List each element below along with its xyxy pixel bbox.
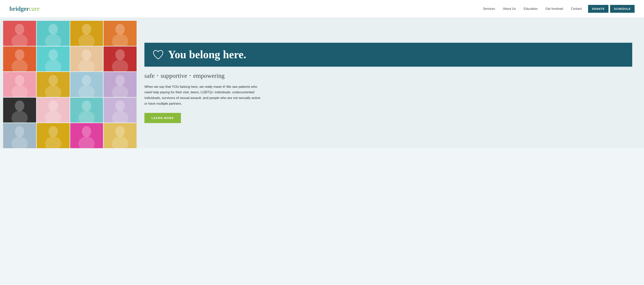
nav-about-us[interactable]: About Us xyxy=(500,5,519,12)
svg-point-18 xyxy=(48,75,58,86)
photo-cell xyxy=(70,21,103,46)
svg-point-24 xyxy=(15,101,24,111)
svg-point-0 xyxy=(15,24,24,34)
svg-point-22 xyxy=(116,75,125,86)
tagline-box: You belong here. xyxy=(144,43,632,67)
hero-description: When we say that YOU belong here, we rea… xyxy=(144,84,262,107)
photo-cell xyxy=(3,123,36,148)
subtagline-safe: safe xyxy=(144,72,154,79)
subtagline-supportive: supportive xyxy=(161,72,187,79)
hero-tagline: You belong here. xyxy=(168,49,246,61)
svg-point-30 xyxy=(116,101,125,111)
hero-content: You belong here. safe • supportive • emp… xyxy=(136,18,644,148)
svg-point-23 xyxy=(112,85,128,97)
photo-cell xyxy=(70,98,103,123)
svg-point-27 xyxy=(45,111,61,122)
photo-cell xyxy=(104,123,136,148)
photo-cell xyxy=(70,72,103,97)
svg-point-6 xyxy=(116,24,125,34)
svg-point-36 xyxy=(82,126,91,137)
svg-point-39 xyxy=(112,136,128,148)
svg-point-29 xyxy=(78,111,95,122)
logo-bridger: bridger xyxy=(10,5,29,12)
svg-point-1 xyxy=(12,34,28,46)
svg-point-12 xyxy=(82,49,91,60)
svg-point-2 xyxy=(48,24,58,34)
photo-cell xyxy=(37,98,70,123)
svg-point-5 xyxy=(78,34,95,46)
bullet-1: • xyxy=(157,73,158,78)
hero-subtagline: safe • supportive • empowering xyxy=(144,72,632,79)
svg-point-26 xyxy=(48,101,58,111)
photo-cell xyxy=(3,72,36,97)
photo-cell xyxy=(3,46,36,71)
logo-care: care xyxy=(29,5,40,12)
svg-point-9 xyxy=(12,60,28,71)
photo-cell xyxy=(37,46,70,71)
photo-cell xyxy=(3,98,36,123)
svg-point-14 xyxy=(116,49,125,60)
svg-point-17 xyxy=(12,85,28,97)
heart-icon xyxy=(152,49,164,60)
photo-cell xyxy=(70,123,103,148)
photo-cell xyxy=(37,123,70,148)
photo-cell xyxy=(104,72,136,97)
svg-point-28 xyxy=(82,101,91,111)
svg-point-11 xyxy=(45,60,61,71)
nav-contact[interactable]: Contact xyxy=(568,5,585,12)
svg-point-15 xyxy=(112,60,128,71)
header: bridgercare Services About Us Education … xyxy=(0,0,644,18)
svg-point-33 xyxy=(12,136,28,148)
photo-cell xyxy=(3,21,36,46)
photo-cell xyxy=(37,21,70,46)
svg-point-21 xyxy=(78,85,95,97)
photo-cell xyxy=(37,72,70,97)
svg-point-31 xyxy=(112,111,128,122)
nav-education[interactable]: Education xyxy=(520,5,541,12)
main-nav: Services About Us Education Get Involved… xyxy=(480,5,634,13)
svg-point-34 xyxy=(48,126,58,137)
donate-button[interactable]: DONATE xyxy=(588,5,608,13)
svg-point-7 xyxy=(112,34,128,46)
svg-point-25 xyxy=(12,111,28,122)
nav-get-involved[interactable]: Get Involved xyxy=(542,5,566,12)
schedule-button[interactable]: SCHEDULE xyxy=(610,5,634,13)
subtagline-empowering: empowering xyxy=(193,72,225,79)
photo-grid xyxy=(3,21,136,148)
svg-point-8 xyxy=(15,49,24,60)
svg-point-37 xyxy=(78,136,95,148)
photo-cell xyxy=(104,46,136,71)
photo-cell xyxy=(70,46,103,71)
svg-point-13 xyxy=(78,60,95,71)
svg-point-4 xyxy=(82,24,91,34)
svg-point-3 xyxy=(45,34,61,46)
svg-point-35 xyxy=(45,136,61,148)
svg-point-38 xyxy=(116,126,125,137)
svg-point-16 xyxy=(15,75,24,86)
logo[interactable]: bridgercare xyxy=(10,5,40,12)
learn-more-button[interactable]: LEARN MORE xyxy=(144,113,181,123)
svg-point-32 xyxy=(15,126,24,137)
photo-cell xyxy=(104,98,136,123)
svg-point-10 xyxy=(48,49,58,60)
bullet-2: • xyxy=(190,73,191,78)
hero-section: You belong here. safe • supportive • emp… xyxy=(0,18,644,148)
svg-point-19 xyxy=(45,85,61,97)
svg-point-20 xyxy=(82,75,91,86)
photo-cell xyxy=(104,21,136,46)
nav-services[interactable]: Services xyxy=(480,5,498,12)
